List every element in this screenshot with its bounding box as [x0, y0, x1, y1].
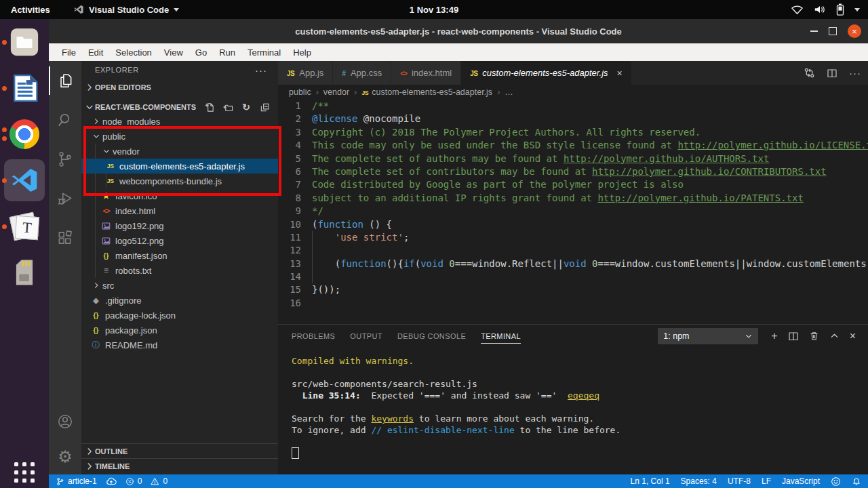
open-editors-section[interactable]: OPEN EDITORS	[81, 80, 278, 95]
activity-item-search[interactable]	[49, 100, 81, 140]
html-file-icon: <>	[101, 207, 111, 215]
show-applications-button[interactable]	[14, 462, 35, 483]
refresh-icon[interactable]: ↻	[241, 102, 252, 113]
search-icon	[56, 111, 74, 129]
new-file-icon[interactable]	[204, 102, 215, 113]
tree-item-node_modules[interactable]: node_modules	[81, 114, 278, 129]
editor-tab-App.css[interactable]: #App.css	[333, 61, 391, 85]
close-panel-icon[interactable]: ×	[850, 331, 856, 342]
tree-item-webcomponents-bundle.js[interactable]: JSwebcomponents-bundle.js	[81, 174, 278, 188]
workspace-section[interactable]: REACT-WEB-COMPONENTS ↻	[81, 100, 278, 114]
breadcrumb-item[interactable]: …	[505, 87, 513, 97]
tree-item-logo192.png[interactable]: logo192.png	[81, 218, 278, 233]
tree-item-package.json[interactable]: {}package.json	[81, 323, 278, 338]
activity-item-settings[interactable]: ⚙	[49, 439, 81, 474]
dock-item-files-app[interactable]	[0, 19, 49, 65]
menu-item-run[interactable]: Run	[213, 43, 241, 61]
status-item-lf[interactable]: LF	[762, 476, 771, 486]
tree-item-logo512.png[interactable]: logo512.png	[81, 233, 278, 248]
minimize-button[interactable]	[810, 30, 818, 32]
clock[interactable]: 1 Nov 13:49	[0, 0, 868, 19]
status-item-bell[interactable]	[852, 476, 861, 486]
menu-item-terminal[interactable]: Terminal	[241, 43, 287, 61]
dock-item-vscode-app[interactable]	[0, 157, 49, 203]
tree-item-manifest.json[interactable]: {}manifest.json	[81, 248, 278, 263]
maximize-button[interactable]	[829, 27, 837, 35]
system-menu-chevron-icon[interactable]	[854, 8, 860, 12]
tree-item-package-lock.json[interactable]: {}package-lock.json	[81, 308, 278, 323]
new-folder-icon[interactable]	[222, 102, 233, 113]
close-tab-icon[interactable]: ×	[617, 68, 623, 79]
status-item-error-circle[interactable]: 0	[125, 476, 142, 486]
panel-tab-problems[interactable]: PROBLEMS	[292, 325, 335, 347]
tree-item-index.html[interactable]: <>index.html	[81, 203, 278, 218]
editor-tab-App.js[interactable]: JSApp.js	[278, 61, 333, 85]
menu-item-go[interactable]: Go	[189, 43, 213, 61]
editor-more-actions-icon[interactable]: ···	[849, 67, 861, 79]
status-item-sync-cloud[interactable]	[106, 476, 117, 487]
breadcrumb-item[interactable]: JScustom-elements-es5-adapter.js	[361, 87, 492, 97]
split-editor-icon[interactable]	[827, 68, 837, 79]
editor-tab-index.html[interactable]: <>index.html	[391, 61, 461, 85]
outline-section[interactable]: OUTLINE	[81, 443, 278, 459]
status-item-git-branch[interactable]: article-1	[56, 476, 97, 486]
dock-item-chrome-app[interactable]	[0, 111, 49, 157]
activity-item-explorer[interactable]	[49, 61, 81, 100]
battery-icon[interactable]	[836, 3, 844, 16]
breadcrumb-separator-icon: ›	[354, 87, 357, 97]
menu-item-file[interactable]: File	[56, 43, 82, 61]
code-line-14: 14	[278, 270, 868, 283]
menu-item-selection[interactable]: Selection	[109, 43, 157, 61]
close-button[interactable]: ×	[848, 24, 861, 38]
txt-file-icon: ≡	[101, 266, 111, 275]
tree-item-custom-elements-es5-adapter.js[interactable]: JScustom-elements-es5-adapter.js	[81, 159, 278, 174]
status-item-ln-1-col-1[interactable]: Ln 1, Col 1	[631, 476, 670, 486]
activity-item-run-debug[interactable]	[49, 179, 81, 218]
tree-item-favicon.ico[interactable]: ★favicon.ico	[81, 188, 278, 203]
breadcrumb-item[interactable]: vendor	[323, 87, 349, 97]
window-titlebar[interactable]: custom-elements-es5-adapter.js - react-w…	[49, 19, 868, 43]
dock-item-sdcard-app[interactable]	[0, 249, 49, 296]
menu-item-view[interactable]: View	[158, 43, 189, 61]
maximize-panel-icon[interactable]	[829, 331, 840, 341]
kill-terminal-icon[interactable]	[809, 331, 819, 341]
status-item-javascript[interactable]: JavaScript	[782, 476, 820, 486]
menu-item-edit[interactable]: Edit	[82, 43, 109, 61]
tree-item-src[interactable]: src	[81, 278, 278, 293]
sidebar-more-actions-icon[interactable]: ···	[255, 64, 267, 76]
panel-tab-output[interactable]: OUTPUT	[350, 325, 382, 347]
dock-item-writer-app[interactable]	[0, 65, 49, 111]
editor-tab-custom-elements-es5-adapter.js[interactable]: JScustom-elements-es5-adapter.js×	[461, 61, 632, 85]
timeline-section[interactable]: TIMELINE	[81, 458, 278, 474]
wifi-icon[interactable]	[791, 4, 804, 15]
open-changes-icon[interactable]	[804, 67, 815, 79]
code-editor[interactable]: 1/**2@license @nocompile3Copyright (c) 2…	[278, 100, 868, 324]
tree-item-vendor[interactable]: vendor	[81, 144, 278, 159]
volume-icon[interactable]	[814, 4, 826, 15]
text-editor-icon: T	[9, 211, 40, 242]
activity-item-source-control[interactable]	[49, 140, 81, 179]
tree-item-public[interactable]: public	[81, 129, 278, 144]
status-item-warning-triangle[interactable]: 0	[151, 476, 167, 486]
json-file-icon: {}	[91, 327, 101, 334]
status-item-utf-8[interactable]: UTF-8	[728, 476, 751, 486]
terminal-select[interactable]: 1: npm	[658, 328, 758, 344]
split-terminal-icon[interactable]	[788, 331, 799, 342]
dock-item-texteditor-app[interactable]: T	[0, 203, 49, 249]
panel-tab-terminal[interactable]: TERMINAL	[481, 325, 521, 347]
status-item-feedback[interactable]	[831, 476, 841, 487]
breadcrumb-item[interactable]: public	[289, 87, 311, 97]
activity-item-extensions[interactable]	[49, 218, 81, 258]
menu-item-help[interactable]: Help	[287, 43, 317, 61]
tree-item-label: package-lock.json	[105, 310, 176, 321]
activity-item-account[interactable]	[49, 404, 81, 439]
tree-item-README.md[interactable]: ⓘREADME.md	[81, 338, 278, 352]
tree-item-label: logo512.png	[115, 236, 164, 246]
panel-tab-debug-console[interactable]: DEBUG CONSOLE	[397, 325, 466, 347]
tree-item-.gitignore[interactable]: ◈.gitignore	[81, 293, 278, 308]
collapse-all-icon[interactable]	[259, 102, 270, 113]
terminal-output[interactable]: Compiled with warnings. src/web-componen…	[278, 347, 868, 474]
new-terminal-icon[interactable]: +	[771, 331, 777, 342]
status-item-spaces-4[interactable]: Spaces: 4	[681, 476, 717, 486]
tree-item-robots.txt[interactable]: ≡robots.txt	[81, 263, 278, 278]
